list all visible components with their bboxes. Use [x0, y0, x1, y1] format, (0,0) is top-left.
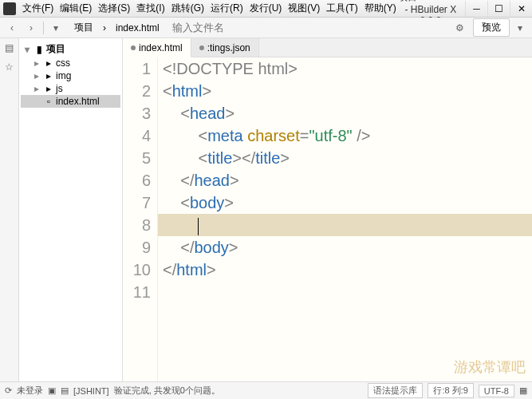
search-box[interactable]: [172, 22, 449, 34]
line-number: 10: [123, 259, 151, 281]
window-controls: ─ ☐ ✕: [465, 1, 532, 17]
menu-item[interactable]: 选择(S): [98, 2, 130, 15]
code-line[interactable]: <body>: [158, 192, 532, 214]
grid-icon[interactable]: ▦: [519, 385, 527, 396]
line-number: 4: [123, 124, 151, 147]
status-bar: ⟳ 未登录 ▣ ▤ [JSHINT] 验证完成, 共发现0个问题。 语法提示库 …: [0, 381, 532, 399]
main-area: ▤ ☆ ▾ ▮ 项目 ▸▸css▸▸img▸▸js ▫ index.html i…: [0, 38, 532, 381]
tree-folder[interactable]: ▸▸img: [21, 69, 120, 82]
code-line[interactable]: <html>: [158, 80, 532, 102]
menu-bar: 文件(F)编辑(E)选择(S)查找(I)跳转(G)运行(R)发行(U)视图(V)…: [19, 2, 396, 15]
app-logo: [3, 2, 16, 15]
line-number: 1: [123, 57, 151, 80]
search-input[interactable]: [172, 22, 449, 34]
line-number: 8: [123, 214, 151, 236]
file-explorer: ▾ ▮ 项目 ▸▸css▸▸img▸▸js ▫ index.html: [19, 38, 123, 381]
line-number: 11: [123, 281, 151, 303]
terminal-icon[interactable]: ▣: [48, 385, 56, 396]
folder-icon: ▮: [33, 44, 45, 55]
forward-button[interactable]: ›: [22, 20, 40, 36]
folder-icon: ▸: [43, 57, 54, 69]
titlebar: 文件(F)编辑(E)选择(S)查找(I)跳转(G)运行(R)发行(U)视图(V)…: [0, 0, 532, 18]
twisty-closed-icon: ▸: [32, 57, 41, 69]
tree-label: img: [56, 70, 71, 81]
dirty-dot-icon: [131, 45, 136, 50]
code-line[interactable]: </html>: [158, 259, 532, 281]
separator: [43, 22, 44, 34]
line-number: 7: [123, 192, 151, 214]
login-status[interactable]: 未登录: [17, 385, 43, 397]
editor-area: index.html:tings.json 1234567891011 <!DO…: [123, 38, 532, 381]
menu-item[interactable]: 编辑(E): [60, 2, 92, 15]
chevron-right-icon: ›: [98, 22, 111, 34]
line-number: 6: [123, 169, 151, 192]
tree-label: index.html: [56, 96, 100, 107]
tree-label: 项目: [46, 42, 65, 56]
code-line[interactable]: <title></title>: [158, 147, 532, 169]
maximize-button[interactable]: ☐: [487, 1, 510, 17]
line-number: 5: [123, 147, 151, 169]
twisty-closed-icon: ▸: [32, 83, 41, 94]
preview-button[interactable]: 预览: [473, 18, 510, 37]
back-button[interactable]: ‹: [3, 20, 21, 36]
menu-item[interactable]: 工具(T): [326, 2, 357, 15]
menu-item[interactable]: 发行(U): [250, 2, 282, 15]
settings-icon[interactable]: ⚙: [451, 20, 468, 36]
toolbar: ‹ › ▾ 项目 › index.html ⚙ 预览 ▾: [0, 18, 532, 38]
activity-bar: ▤ ☆: [0, 38, 19, 381]
breadcrumb-file[interactable]: index.html: [111, 22, 164, 34]
sync-icon[interactable]: ⟳: [5, 385, 12, 396]
code-lines[interactable]: <!DOCTYPE html><html> <head> <meta chars…: [158, 57, 532, 381]
code-line[interactable]: [158, 281, 532, 303]
tree-folder[interactable]: ▸▸js: [21, 82, 120, 95]
code-line[interactable]: </body>: [158, 236, 532, 259]
close-button[interactable]: ✕: [510, 1, 532, 17]
minimize-button[interactable]: ─: [465, 1, 487, 17]
lint-message: 验证完成, 共发现0个问题。: [114, 385, 220, 397]
line-number: 3: [123, 102, 151, 124]
menu-item[interactable]: 跳转(G): [171, 2, 204, 15]
text-cursor: [198, 218, 199, 235]
code-line[interactable]: <meta charset="utf-8" />: [158, 124, 532, 147]
collapse-icon[interactable]: ▾: [47, 20, 65, 36]
code-line[interactable]: [158, 214, 532, 236]
folder-icon: ▸: [43, 70, 54, 81]
menu-item[interactable]: 视图(V): [288, 2, 320, 15]
tree-file-index[interactable]: ▫ index.html: [21, 95, 120, 108]
log-icon[interactable]: ▤: [61, 385, 69, 396]
code-line[interactable]: </head>: [158, 169, 532, 192]
line-gutter: 1234567891011: [123, 57, 158, 381]
tree-label: js: [56, 83, 63, 94]
syntax-hint-button[interactable]: 语法提示库: [368, 383, 423, 398]
code-line[interactable]: <!DOCTYPE html>: [158, 57, 532, 80]
menu-item[interactable]: 帮助(Y): [365, 2, 396, 15]
menu-item[interactable]: 查找(I): [136, 2, 164, 15]
editor-tab[interactable]: :tings.json: [191, 38, 259, 57]
folder-icon: ▸: [43, 83, 54, 94]
cursor-position[interactable]: 行:8 列:9: [428, 383, 473, 398]
editor-tabs: index.html:tings.json: [123, 38, 532, 57]
dirty-dot-icon: [199, 45, 204, 50]
twisty-closed-icon: ▸: [32, 70, 41, 81]
twisty-open-icon: ▾: [22, 44, 32, 55]
html-file-icon: ▫: [43, 96, 54, 107]
breadcrumb: 项目 › index.html: [69, 21, 164, 34]
tab-label: index.html: [139, 42, 183, 53]
tree-root[interactable]: ▾ ▮ 项目: [21, 41, 120, 57]
code-editor[interactable]: 1234567891011 <!DOCTYPE html><html> <hea…: [123, 57, 532, 381]
menu-item[interactable]: 文件(F): [22, 2, 53, 15]
bookmark-icon[interactable]: ☆: [3, 61, 16, 73]
tab-label: :tings.json: [207, 42, 250, 53]
file-icon[interactable]: ▤: [3, 41, 16, 54]
breadcrumb-root[interactable]: 项目: [69, 21, 98, 34]
line-number: 2: [123, 80, 151, 102]
dropdown-icon[interactable]: ▾: [511, 20, 529, 36]
tree-folder[interactable]: ▸▸css: [21, 57, 120, 69]
encoding[interactable]: UTF-8: [479, 385, 514, 397]
tree-label: css: [56, 57, 70, 69]
menu-item[interactable]: 运行(R): [211, 2, 243, 15]
lint-tag: [JSHINT]: [73, 386, 109, 396]
code-line[interactable]: <head>: [158, 102, 532, 124]
line-number: 9: [123, 236, 151, 259]
editor-tab[interactable]: index.html: [123, 38, 191, 57]
